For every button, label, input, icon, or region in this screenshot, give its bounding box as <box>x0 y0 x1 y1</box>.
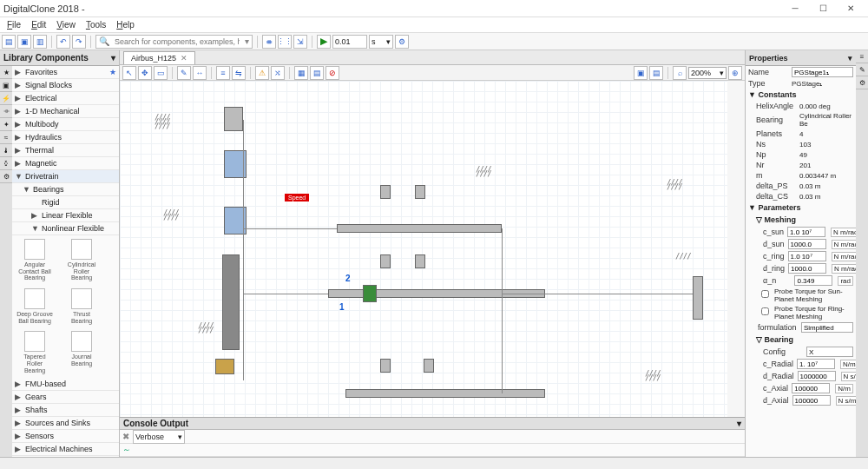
comp-angular-contact[interactable]: Angular Contact Ball Bearing <box>16 239 54 281</box>
comp-cylindrical-roller[interactable]: Cylindrical Roller Bearing <box>62 239 101 281</box>
lib-cat-hydraulics[interactable]: ▶Hydraulics <box>12 131 119 144</box>
probe-ring-checkbox[interactable] <box>761 307 769 315</box>
export-button[interactable]: ⇲ <box>293 35 307 49</box>
tab-airbus[interactable]: Airbus_H125 ✕ <box>123 51 195 64</box>
annotate-tool[interactable]: ✎ <box>177 66 191 80</box>
zoom-select[interactable]: 200%▾ <box>688 67 727 79</box>
formulation-input[interactable] <box>801 322 853 333</box>
block[interactable] <box>380 254 391 268</box>
bearing-d_Axial-input[interactable] <box>792 395 831 406</box>
strip-mech-icon[interactable]: ⟛ <box>0 105 12 118</box>
settings-button[interactable]: ⚙ <box>395 35 409 49</box>
probe-sun-checkbox[interactable] <box>761 290 769 298</box>
new-button[interactable]: ▤ <box>2 35 16 49</box>
save-button[interactable]: ▥ <box>33 35 47 49</box>
chart2-button[interactable]: ⋮⋮ <box>278 35 292 49</box>
strip-signal-icon[interactable]: ▣ <box>0 79 12 92</box>
strip-drive-icon[interactable]: ⚙ <box>0 170 12 183</box>
run-button[interactable]: ▶ <box>317 35 331 49</box>
comp-thrust[interactable]: Thrust Bearing <box>62 288 101 324</box>
lib-cat-shafts[interactable]: ▶Shafts <box>12 404 119 417</box>
align-tool[interactable]: ≡ <box>216 66 230 80</box>
window-maximize-button[interactable]: ☐ <box>809 1 837 17</box>
warn-tool[interactable]: ⚠ <box>255 66 269 80</box>
mesh-d_ring-input[interactable] <box>788 263 826 274</box>
sim-unit-select[interactable]: s▾ <box>369 35 393 49</box>
block[interactable] <box>693 276 703 320</box>
mesh-c_ring-input[interactable] <box>788 251 826 261</box>
comp-journal[interactable]: Journal Bearing <box>62 331 101 373</box>
lib-cat-sensors[interactable]: ▶Sensors <box>12 430 119 443</box>
lib-cat-rigid[interactable]: Rigid <box>12 196 119 209</box>
lib-cat-elecmachines[interactable]: ▶Electrical Machines <box>12 443 119 456</box>
window-close-button[interactable]: ✕ <box>837 1 865 17</box>
lib-cat-fmu[interactable]: ▶FMU-based <box>12 378 119 391</box>
open-button[interactable]: ▣ <box>17 35 31 49</box>
sim-time-field[interactable]: 0.01 <box>332 35 367 49</box>
model-canvas[interactable]: //////////// //////// //////// Speed Spe… <box>120 81 727 417</box>
connect-tool[interactable]: ↔ <box>193 66 207 80</box>
shaft[interactable] <box>222 254 240 350</box>
lib-cat-sources[interactable]: ▶Sources and Sinks <box>12 417 119 430</box>
lib-cat-linearflex[interactable]: ▶Linear Flexible <box>12 209 119 222</box>
strip-multi-icon[interactable]: ✦ <box>0 118 12 131</box>
comp-tapered-roller[interactable]: Tapered Roller Bearing <box>16 331 54 373</box>
grid-tool[interactable]: ▦ <box>294 66 308 80</box>
block[interactable] <box>215 359 234 374</box>
block[interactable] <box>224 107 243 131</box>
lib-cat-mech[interactable]: ▶1-D Mechanical <box>12 105 119 118</box>
lib-cat-magnetic[interactable]: ▶Magnetic <box>12 157 119 170</box>
section-parameters[interactable]: ▼ Parameters <box>746 201 856 214</box>
window-minimize-button[interactable]: ─ <box>781 1 809 17</box>
lib-cat-nonlinflex[interactable]: ▼Nonlinear Flexible <box>12 222 119 235</box>
strip-magn-icon[interactable]: ⧲ <box>0 157 12 170</box>
cursor-tool[interactable]: ↖ <box>122 66 136 80</box>
lib-cat-favorites[interactable]: ▶Favorites★ <box>12 66 119 79</box>
search-field[interactable]: 🔍 ▾ <box>95 35 253 49</box>
disable-tool[interactable]: ⊘ <box>326 66 339 80</box>
panel-menu-icon[interactable]: ▾ <box>848 54 852 63</box>
layers-tool[interactable]: ▤ <box>310 66 324 80</box>
block[interactable] <box>363 285 377 302</box>
lib-cat-signal[interactable]: ▶Signal Blocks <box>12 79 119 92</box>
strip-fav-icon[interactable]: ★ <box>0 66 12 79</box>
panel-menu-icon[interactable]: ▾ <box>111 53 115 63</box>
block[interactable] <box>415 254 425 268</box>
strip-other1-icon[interactable]: ✎ <box>856 63 868 76</box>
view2-button[interactable]: ▤ <box>649 66 663 80</box>
strip-hydr-icon[interactable]: ≈ <box>0 131 12 144</box>
lib-cat-gears[interactable]: ▶Gears <box>12 391 119 404</box>
block[interactable] <box>380 359 391 373</box>
menu-view[interactable]: View <box>51 20 81 30</box>
mesh-α_n-input[interactable] <box>794 275 832 286</box>
strip-other2-icon[interactable]: ⚙ <box>856 76 868 89</box>
menu-help[interactable]: Help <box>111 20 140 30</box>
mesh-d_sun-input[interactable] <box>788 239 826 249</box>
strip-therm-icon[interactable]: 🌡 <box>0 144 12 157</box>
block[interactable] <box>415 185 425 199</box>
menu-tools[interactable]: Tools <box>81 20 111 30</box>
close-tab-icon[interactable]: ✕ <box>181 54 187 63</box>
panel-menu-icon[interactable]: ▾ <box>737 419 741 428</box>
console-clear-icon[interactable]: ✖ <box>122 432 129 441</box>
redo-button[interactable]: ↷ <box>72 35 86 49</box>
block[interactable] <box>424 359 434 373</box>
view1-button[interactable]: ▣ <box>634 66 648 80</box>
lib-cat-thermal[interactable]: ▶Thermal <box>12 144 119 157</box>
console-mode-select[interactable]: Verbose▾ <box>133 430 185 444</box>
lib-cat-multibody[interactable]: ▶Multibody <box>12 118 119 131</box>
prop-name-input[interactable] <box>792 67 853 77</box>
mesh-c_sun-input[interactable] <box>787 227 825 237</box>
lib-cat-bearings[interactable]: ▼Bearings <box>12 183 119 196</box>
shaft[interactable] <box>345 389 545 398</box>
section-bearing[interactable]: ▽ Bearing <box>746 334 856 346</box>
chart-button[interactable]: ⩩ <box>262 35 276 49</box>
fit-button[interactable]: ⌕ <box>673 66 687 80</box>
menu-file[interactable]: File <box>2 20 26 30</box>
flip-tool[interactable]: ⇋ <box>232 66 246 80</box>
section-meshing[interactable]: ▽ Meshing <box>746 214 856 226</box>
zoomin-button[interactable]: ⊕ <box>728 66 742 80</box>
section-constants[interactable]: ▼ Constants <box>746 89 856 101</box>
bearing-c_Axial-input[interactable] <box>792 383 830 393</box>
bearing-c_Radial-input[interactable] <box>797 359 835 369</box>
